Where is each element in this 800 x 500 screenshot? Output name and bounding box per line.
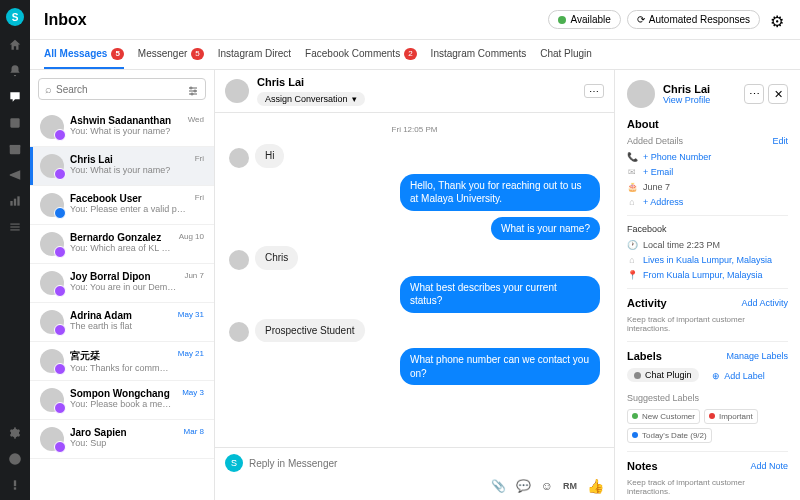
fb-row-value[interactable]: Lives in Kuala Lumpur, Malaysia [643, 255, 788, 265]
filter-icon[interactable] [187, 83, 199, 95]
source-badge-icon [54, 246, 66, 258]
automated-label: Automated Responses [649, 14, 750, 25]
profile-avatar [627, 80, 655, 108]
availability-toggle[interactable]: Available [548, 10, 620, 29]
composer-toolbar: 📎 💬 ☺ RM 👍 [225, 478, 604, 494]
conversation-list: ⌕ Ashwin SadananthanYou: What is your na… [30, 70, 215, 500]
add-activity-link[interactable]: Add Activity [741, 298, 788, 308]
view-profile-link[interactable]: View Profile [663, 95, 710, 105]
suggested-label[interactable]: New Customer [627, 409, 700, 424]
source-badge-icon [54, 168, 66, 180]
help-icon[interactable] [8, 452, 22, 466]
svg-rect-11 [14, 480, 16, 486]
tab-facebook-comments[interactable]: Facebook Comments2 [305, 40, 417, 69]
conversation-item[interactable]: Adrina AdamThe earth is flatMay 31 [30, 303, 214, 342]
tab-label: Instagram Direct [218, 48, 291, 59]
svg-rect-5 [17, 196, 19, 205]
add-label-button[interactable]: ⊕Add Label [705, 369, 772, 383]
conv-name: Joy Borral Dipon [70, 271, 178, 282]
analytics-icon[interactable] [8, 194, 22, 208]
edit-details-link[interactable]: Edit [772, 136, 788, 146]
emoji-icon[interactable]: ☺ [541, 479, 553, 493]
tab-label: Chat Plugin [540, 48, 592, 59]
suggested-label[interactable]: Important [704, 409, 758, 424]
detail-row[interactable]: 📞+ Phone Number [627, 152, 788, 162]
label-chip-text: Chat Plugin [645, 370, 692, 380]
svg-point-18 [191, 93, 193, 95]
tab-instagram-comments[interactable]: Instagram Comments [431, 40, 527, 69]
settings-icon[interactable] [8, 426, 22, 440]
broadcast-icon[interactable] [8, 168, 22, 182]
conv-snippet: The earth is flat [70, 321, 172, 331]
chat-header: Chris Lai Assign Conversation▾ ⋯ [215, 70, 614, 113]
conv-time: May 31 [178, 310, 204, 334]
chat-more-button[interactable]: ⋯ [584, 84, 604, 98]
message-row: What phone number can we contact you on? [229, 348, 600, 385]
conversation-item[interactable]: Chris LaiYou: What is your name?Fri [30, 147, 214, 186]
svg-rect-6 [10, 224, 19, 225]
payment-icon[interactable]: RM [563, 481, 577, 491]
like-icon[interactable]: 👍 [587, 478, 604, 494]
svg-rect-4 [14, 199, 16, 206]
attachment-icon[interactable]: 📎 [491, 479, 506, 493]
add-note-link[interactable]: Add Note [750, 461, 788, 471]
alert-icon[interactable] [8, 478, 22, 492]
search-box[interactable]: ⌕ [38, 78, 206, 100]
automated-responses-button[interactable]: ⟳Automated Responses [627, 10, 760, 29]
main-area: Inbox Available ⟳Automated Responses ⚙ A… [30, 0, 800, 500]
brand-logo[interactable]: S [6, 8, 24, 26]
added-details-label: Added Details [627, 136, 683, 146]
inbox-icon[interactable] [8, 90, 22, 104]
message-row: Hi [229, 144, 600, 168]
detail-value: + Phone Number [643, 152, 788, 162]
conversation-item[interactable]: Sompon WongchangYou: Please book a meeti… [30, 381, 214, 420]
contacts-icon[interactable] [8, 116, 22, 130]
automation-icon: ⟳ [637, 14, 645, 25]
detail-row[interactable]: ✉+ Email [627, 167, 788, 177]
bell-icon[interactable] [8, 64, 22, 78]
search-icon: ⌕ [45, 83, 52, 95]
messages-scroll[interactable]: Fri 12:05 PM HiHello, Thank you for reac… [215, 113, 614, 447]
search-input[interactable] [56, 84, 183, 95]
detail-icon: ⌂ [627, 197, 637, 207]
conversation-item[interactable]: Jaro SapienYou: SupMar 8 [30, 420, 214, 459]
panel-more-button[interactable]: ⋯ [744, 84, 764, 104]
message-row: What best describes your current status? [229, 276, 600, 313]
menu-icon[interactable] [8, 220, 22, 234]
tab-instagram-direct[interactable]: Instagram Direct [218, 40, 291, 69]
conversation-item[interactable]: Facebook UserYou: Please enter a valid p… [30, 186, 214, 225]
tab-all-messages[interactable]: All Messages5 [44, 40, 124, 69]
message-bubble: What is your name? [491, 217, 600, 241]
detail-row[interactable]: ⌂+ Address [627, 197, 788, 207]
notes-subtext: Keep track of important customer interac… [627, 478, 788, 496]
facebook-row: ⌂Lives in Kuala Lumpur, Malaysia [627, 255, 788, 265]
message-row: Chris [229, 246, 600, 270]
message-bubble: What best describes your current status? [400, 276, 600, 313]
tab-messenger[interactable]: Messenger5 [138, 40, 204, 69]
detail-icon: 📞 [627, 152, 637, 162]
label-color-icon [632, 413, 638, 419]
conv-snippet: You: You are in our Demo Space, is... [70, 282, 178, 292]
conversation-item[interactable]: 宮元栞You: Thanks for commenting, pleas...M… [30, 342, 214, 381]
home-icon[interactable] [8, 38, 22, 52]
message-row: What is your name? [229, 217, 600, 241]
suggested-label[interactable]: Today's Date (9/2) [627, 428, 712, 443]
assign-conversation-button[interactable]: Assign Conversation▾ [257, 92, 365, 106]
panel-close-button[interactable]: ✕ [768, 84, 788, 104]
conversation-item[interactable]: Joy Borral DiponYou: You are in our Demo… [30, 264, 214, 303]
svg-rect-8 [10, 229, 19, 230]
reply-input[interactable] [249, 458, 604, 469]
conversation-item[interactable]: Bernardo GonzalezYou: Which area of KL d… [30, 225, 214, 264]
fb-row-icon: ⌂ [627, 255, 637, 265]
message-template-icon[interactable]: 💬 [516, 479, 531, 493]
calendar-icon[interactable] [8, 142, 22, 156]
tab-chat-plugin[interactable]: Chat Plugin [540, 40, 592, 69]
conv-snippet: You: What is your name? [70, 126, 182, 136]
conversation-item[interactable]: Ashwin SadananthanYou: What is your name… [30, 108, 214, 147]
fb-row-value: Local time 2:23 PM [643, 240, 788, 250]
source-badge-icon [54, 441, 66, 453]
label-chip[interactable]: Chat Plugin [627, 368, 699, 382]
gear-icon[interactable]: ⚙ [770, 12, 786, 28]
fb-row-value[interactable]: From Kuala Lumpur, Malaysia [643, 270, 788, 280]
manage-labels-link[interactable]: Manage Labels [726, 351, 788, 361]
